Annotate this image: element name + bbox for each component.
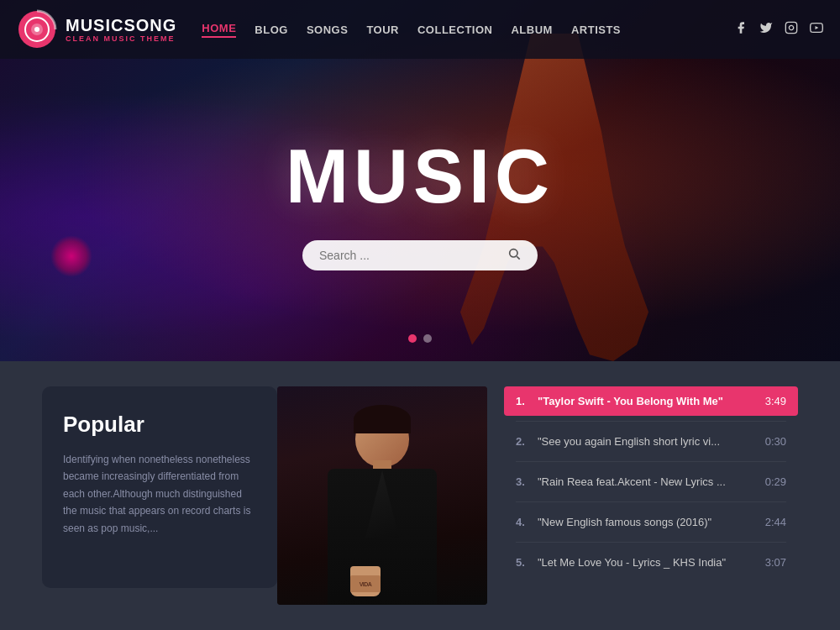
track-num-4: 4.: [516, 516, 529, 528]
nav-songs[interactable]: SONGS: [307, 24, 348, 36]
svg-point-5: [34, 27, 39, 32]
track-name-3: "Rain Reea feat.Akcent - New Lyrics ...: [538, 475, 757, 488]
track-duration-4: 2:44: [765, 516, 786, 528]
logo-area: MUSICSONG CLEAN MUSIC THEME: [17, 9, 176, 50]
nav-home[interactable]: HOME: [202, 22, 236, 38]
logo-text: MUSICSONG CLEAN MUSIC THEME: [66, 16, 176, 43]
search-bar: [302, 240, 538, 270]
social-icons: [734, 21, 823, 38]
track-name-1: "Taylor Swift - You Belong With Me": [538, 395, 757, 407]
svg-line-1: [517, 256, 519, 259]
tracklist: 1. "Taylor Swift - You Belong With Me" 3…: [504, 386, 798, 577]
track-duration-1: 3:49: [765, 395, 786, 407]
artist-image: VIDA: [277, 386, 487, 605]
track-name-2: "See you again English short lyric vi...: [538, 435, 757, 448]
dot-2[interactable]: [423, 334, 432, 343]
nav-artists[interactable]: ARTISTS: [571, 24, 621, 36]
header: MUSICSONG CLEAN MUSIC THEME HOME BLOG SO…: [0, 0, 840, 59]
main-nav: HOME BLOG SONGS TOUR COLLECTION ALBUM AR…: [202, 22, 734, 38]
nav-collection[interactable]: COLLECTION: [417, 24, 493, 36]
track-item-1[interactable]: 1. "Taylor Swift - You Belong With Me" 3…: [504, 386, 798, 416]
hero-dots: [408, 334, 432, 343]
svg-point-0: [510, 249, 517, 256]
svg-rect-6: [785, 22, 796, 33]
nav-album[interactable]: ALBUM: [511, 24, 552, 36]
track-item-5[interactable]: 5. "Let Me Love You - Lyrics _ KHS India…: [504, 548, 798, 577]
track-num-2: 2.: [516, 435, 529, 448]
popular-card: Popular Identifying when nonetheless non…: [42, 386, 277, 588]
nav-tour[interactable]: TOUR: [366, 24, 399, 36]
logo-icon: [17, 9, 57, 50]
bottom-section: Popular Identifying when nonetheless non…: [0, 361, 840, 630]
track-num-1: 1.: [516, 395, 529, 407]
instagram-icon[interactable]: [785, 21, 798, 38]
facebook-icon[interactable]: [734, 21, 748, 38]
logo-subtitle: CLEAN MUSIC THEME: [66, 34, 176, 43]
artist-figure: VIDA: [277, 386, 487, 605]
track-duration-5: 3:07: [765, 556, 786, 569]
logo-title: MUSICSONG: [66, 16, 176, 34]
track-duration-3: 0:29: [765, 475, 786, 488]
track-num-5: 5.: [516, 556, 529, 569]
track-item-4[interactable]: 4. "New English famous songs (2016)" 2:4…: [504, 507, 798, 537]
nav-blog[interactable]: BLOG: [255, 24, 288, 36]
track-name-5: "Let Me Love You - Lyrics _ KHS India": [538, 556, 757, 569]
hero-title: MUSIC: [286, 134, 554, 220]
track-name-4: "New English famous songs (2016)": [538, 516, 757, 528]
search-input[interactable]: [319, 249, 501, 262]
popular-heading: Popular: [63, 412, 256, 438]
track-duration-2: 0:30: [765, 435, 786, 448]
track-item-3[interactable]: 3. "Rain Reea feat.Akcent - New Lyrics .…: [504, 467, 798, 496]
youtube-icon[interactable]: [810, 21, 823, 38]
track-item-2[interactable]: 2. "See you again English short lyric vi…: [504, 427, 798, 456]
track-num-3: 3.: [516, 475, 529, 488]
search-button[interactable]: [507, 247, 521, 264]
twitter-icon[interactable]: [759, 21, 773, 38]
dot-1[interactable]: [408, 334, 417, 343]
popular-text: Identifying when nonetheless nonetheless…: [63, 451, 256, 537]
svg-marker-8: [816, 26, 819, 29]
